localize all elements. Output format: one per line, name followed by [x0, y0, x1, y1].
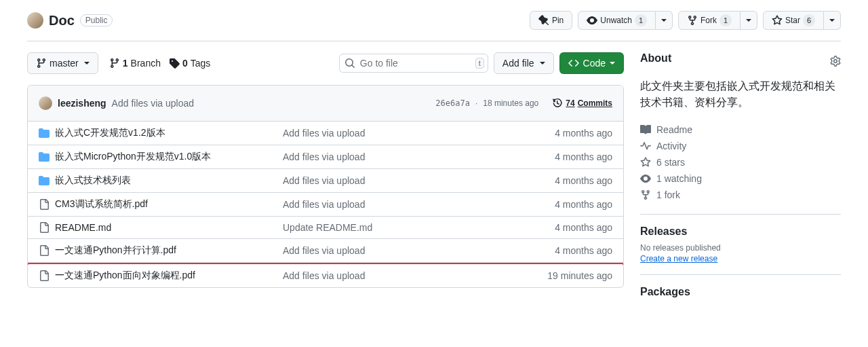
branch-icon [109, 58, 120, 69]
file-row: 嵌入式技术栈列表Add files via upload4 months ago [28, 169, 623, 193]
commit-author[interactable]: leezisheng [58, 98, 106, 109]
fork-label: Fork [701, 14, 717, 27]
packages-title: Packages [640, 286, 841, 298]
stars-link[interactable]: 6 stars [656, 157, 685, 168]
file-row: 嵌入式MicroPython开发规范v1.0版本Add files via up… [28, 145, 623, 169]
caret-down-icon [540, 62, 545, 65]
file-icon [39, 245, 50, 256]
code-icon [568, 58, 579, 69]
add-file-label: Add file [502, 56, 534, 70]
file-name-link[interactable]: 一文速通Python并行计算.pdf [55, 244, 176, 257]
watching-link[interactable]: 1 watching [656, 173, 702, 184]
branch-icon [36, 58, 47, 69]
folder-icon [39, 175, 50, 186]
file-row: 嵌入式C开发规范v1.2版本Add files via upload4 mont… [28, 122, 623, 145]
forks-link[interactable]: 1 fork [656, 189, 680, 200]
tag-icon [169, 58, 180, 69]
file-date: 4 months ago [531, 128, 612, 139]
folder-icon [39, 128, 50, 139]
about-description: 此文件夹主要包括嵌入式开发规范和相关技术书籍、资料分享。 [640, 78, 841, 111]
star-button[interactable]: Star 6 [763, 11, 824, 30]
file-date: 4 months ago [531, 245, 612, 256]
branch-name: master [50, 56, 79, 70]
file-date: 4 months ago [531, 222, 612, 233]
file-name-link[interactable]: 嵌入式MicroPython开发规范v1.0版本 [55, 151, 211, 163]
file-row: 一文速通Python面向对象编程.pdfAdd files via upload… [27, 263, 624, 287]
fork-icon [640, 189, 651, 200]
about-title: About [640, 52, 671, 65]
fork-count: 1 [719, 14, 732, 26]
fork-button[interactable]: Fork 1 [678, 11, 741, 30]
file-row: CM3调试系统简析.pdfAdd files via upload4 month… [28, 193, 623, 217]
visibility-badge: Public [80, 14, 113, 26]
file-commit-msg[interactable]: Add files via upload [283, 199, 365, 210]
file-commit-msg[interactable]: Add files via upload [283, 128, 365, 139]
caret-down-icon [610, 62, 615, 65]
commit-avatar[interactable] [39, 96, 52, 110]
star-count: 6 [803, 14, 815, 26]
pulse-icon [640, 141, 651, 151]
commit-sha[interactable]: 26e6a7a [435, 98, 470, 108]
watch-menu[interactable] [656, 11, 673, 30]
eye-icon [587, 15, 597, 26]
file-date: 4 months ago [531, 199, 612, 210]
commits-link[interactable]: 74 Commits [552, 98, 612, 109]
code-label: Code [583, 56, 606, 70]
go-to-file-input[interactable] [339, 54, 488, 73]
file-name-link[interactable]: 嵌入式技术栈列表 [55, 175, 131, 187]
activity-link[interactable]: Activity [656, 141, 686, 151]
caret-down-icon [829, 19, 835, 22]
file-name-link[interactable]: 一文速通Python面向对象编程.pdf [55, 270, 195, 282]
caret-down-icon [661, 19, 667, 22]
file-commit-msg[interactable]: Add files via upload [283, 245, 365, 256]
file-icon [39, 222, 50, 233]
star-icon [640, 157, 651, 168]
fork-menu[interactable] [741, 11, 757, 30]
history-icon [552, 98, 563, 109]
folder-icon [39, 151, 50, 162]
add-file-button[interactable]: Add file [494, 52, 554, 74]
releases-title: Releases [640, 225, 841, 238]
branch-select[interactable]: master [27, 52, 98, 74]
code-button[interactable]: Code [559, 52, 624, 74]
caret-down-icon [84, 62, 90, 65]
pin-button[interactable]: Pin [530, 11, 572, 30]
watch-label: Unwatch [600, 14, 632, 27]
file-commit-msg[interactable]: Add files via upload [283, 151, 365, 162]
divider [27, 41, 841, 41]
search-icon [344, 58, 355, 69]
file-listing: leezisheng Add files via upload 26e6a7a … [27, 85, 624, 288]
releases-none-text: No releases published [640, 243, 841, 253]
tags-link[interactable]: 0 Tags [169, 58, 210, 69]
pin-icon [538, 15, 549, 26]
eye-icon [640, 173, 651, 184]
file-name-link[interactable]: README.md [55, 222, 111, 233]
file-commit-msg[interactable]: Add files via upload [283, 270, 365, 281]
gear-icon[interactable] [830, 56, 841, 67]
commit-message[interactable]: Add files via upload [112, 98, 194, 109]
file-date: 4 months ago [531, 151, 612, 162]
file-commit-msg[interactable]: Add files via upload [283, 175, 365, 186]
readme-link[interactable]: Readme [656, 124, 692, 135]
file-icon [39, 199, 50, 210]
repo-name[interactable]: Doc [49, 13, 75, 29]
watch-count: 1 [635, 14, 647, 26]
file-row: README.mdUpdate README.md4 months ago [28, 217, 623, 239]
book-icon [640, 124, 651, 135]
file-name-link[interactable]: 嵌入式C开发规范v1.2版本 [55, 127, 165, 139]
star-menu[interactable] [824, 11, 841, 30]
file-date: 4 months ago [531, 175, 612, 186]
pin-label: Pin [552, 14, 564, 27]
search-kbd: t [475, 58, 484, 69]
owner-avatar[interactable] [27, 12, 43, 29]
commit-time: 18 minutes ago [483, 98, 538, 108]
star-label: Star [785, 14, 800, 27]
branches-link[interactable]: 1 Branch [109, 58, 161, 69]
file-row: 一文速通Python并行计算.pdfAdd files via upload4 … [28, 239, 623, 263]
fork-icon [687, 15, 698, 26]
file-date: 19 minutes ago [531, 270, 612, 281]
create-release-link[interactable]: Create a new release [640, 254, 717, 263]
watch-button[interactable]: Unwatch 1 [578, 11, 656, 30]
file-name-link[interactable]: CM3调试系统简析.pdf [55, 198, 148, 211]
file-commit-msg[interactable]: Update README.md [283, 222, 372, 233]
